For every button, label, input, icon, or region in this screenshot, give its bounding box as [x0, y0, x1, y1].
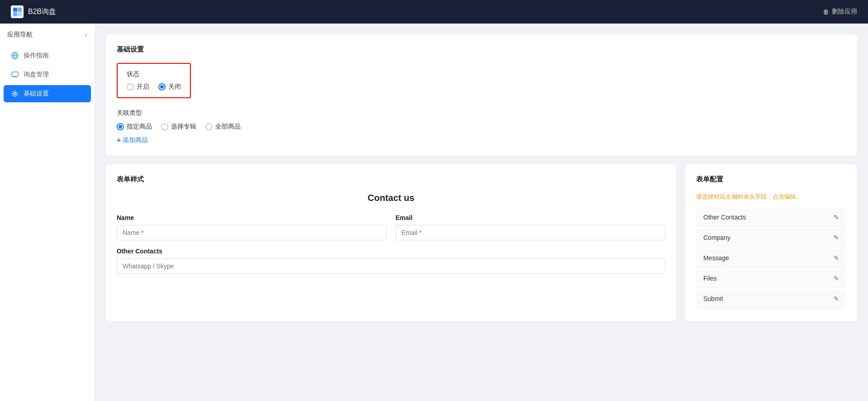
sidebar-title: 应用导航 — [7, 31, 33, 39]
sidebar-item-guide[interactable]: 操作指南 — [4, 47, 91, 64]
add-product-button[interactable]: + 添加商品 — [117, 136, 846, 144]
gear-icon — [11, 90, 19, 98]
form-contact-title: Contact us — [117, 193, 665, 203]
status-on-radio[interactable]: 开启 — [127, 83, 149, 91]
form-preview-card: 表单样式 Contact us Name Email Other Contact… — [106, 164, 676, 321]
email-field-label: Email — [396, 214, 666, 221]
sidebar-item-inquiry-label: 询盘管理 — [24, 71, 49, 79]
form-name-email-row: Name Email — [117, 214, 665, 240]
delete-app-button[interactable]: 🗑 删除应用 — [823, 8, 857, 16]
edit-submit-icon: ✎ — [834, 295, 839, 302]
email-input[interactable] — [396, 225, 666, 240]
edit-message-icon: ✎ — [834, 254, 839, 262]
sidebar-collapse-button[interactable]: ‹ — [85, 31, 87, 39]
config-item-company[interactable]: Company ✎ — [696, 229, 846, 247]
config-item-other-contacts[interactable]: Other Contacts ✎ — [696, 208, 846, 227]
status-off-circle — [158, 83, 166, 91]
name-field-label: Name — [117, 214, 387, 221]
config-item-submit-label: Submit — [703, 295, 723, 302]
form-style-title: 表单样式 — [117, 175, 665, 184]
edit-company-icon: ✎ — [834, 234, 839, 241]
sidebar-header: 应用导航 ‹ — [0, 31, 95, 46]
config-item-submit[interactable]: Submit ✎ — [696, 290, 846, 308]
assoc-album-radio[interactable]: 选择专辑 — [161, 123, 196, 131]
form-config-card: 表单配置 请选择对应左侧的表头字段，点击编辑。 Other Contacts ✎… — [685, 164, 857, 321]
svg-rect-0 — [13, 8, 17, 12]
assoc-label: 关联类型 — [117, 109, 846, 117]
basic-settings-card: 基础设置 状态 开启 关闭 关联类型 — [106, 34, 857, 155]
chat-icon — [11, 71, 19, 79]
trash-icon: 🗑 — [823, 8, 829, 15]
config-item-message-label: Message — [703, 254, 729, 262]
svg-rect-2 — [13, 12, 17, 16]
delete-app-label: 删除应用 — [832, 8, 857, 16]
sidebar-item-settings[interactable]: 基础设置 — [4, 85, 91, 102]
form-email-field: Email — [396, 214, 666, 240]
sidebar: 应用导航 ‹ 操作指南 询盘管理 — [0, 24, 95, 401]
assoc-album-circle — [161, 123, 168, 130]
assoc-specific-radio[interactable]: 指定商品 — [117, 123, 152, 131]
app-title: B2B询盘 — [28, 7, 56, 17]
svg-rect-7 — [12, 72, 18, 76]
form-other-contacts-field: Other Contacts — [117, 248, 665, 274]
add-product-label: 添加商品 — [123, 136, 148, 144]
config-item-files[interactable]: Files ✎ — [696, 269, 846, 288]
assoc-specific-label: 指定商品 — [127, 123, 152, 131]
assoc-specific-circle — [117, 123, 124, 130]
assoc-all-label: 全部商品 — [215, 123, 241, 131]
status-radio-group: 开启 关闭 — [127, 83, 181, 91]
config-item-company-label: Company — [703, 234, 730, 241]
bottom-section: 表单样式 Contact us Name Email Other Contact… — [106, 164, 857, 321]
status-on-label: 开启 — [137, 83, 149, 91]
assoc-options: 指定商品 选择专辑 全部商品 — [117, 123, 846, 131]
status-off-label: 关闭 — [168, 83, 181, 91]
edit-files-icon: ✎ — [834, 275, 839, 282]
topbar-left: B2B询盘 — [11, 5, 56, 18]
assoc-all-radio[interactable]: 全部商品 — [205, 123, 241, 131]
assoc-album-label: 选择专辑 — [171, 123, 196, 131]
edit-other-contacts-icon: ✎ — [834, 214, 839, 221]
globe-icon — [11, 52, 19, 60]
app-logo — [11, 5, 24, 18]
sidebar-item-inquiry[interactable]: 询盘管理 — [4, 66, 91, 83]
config-item-files-label: Files — [703, 275, 717, 282]
sidebar-item-settings-label: 基础设置 — [24, 90, 49, 98]
sidebar-item-guide-label: 操作指南 — [24, 52, 49, 60]
status-on-circle — [127, 83, 134, 91]
other-contacts-label: Other Contacts — [117, 248, 665, 255]
status-label: 状态 — [127, 70, 181, 78]
svg-rect-3 — [18, 12, 22, 16]
name-input[interactable] — [117, 225, 387, 240]
config-hint: 请选择对应左侧的表头字段，点击编辑。 — [696, 193, 846, 201]
assoc-all-circle — [205, 123, 213, 130]
status-off-radio[interactable]: 关闭 — [158, 83, 181, 91]
main-layout: 应用导航 ‹ 操作指南 询盘管理 — [0, 24, 868, 401]
basic-settings-title: 基础设置 — [117, 45, 846, 54]
content-area: 基础设置 状态 开启 关闭 关联类型 — [95, 24, 868, 401]
svg-rect-1 — [18, 8, 22, 12]
form-name-field: Name — [117, 214, 387, 240]
form-config-title: 表单配置 — [696, 175, 846, 184]
assoc-section: 关联类型 指定商品 选择专辑 全部商品 + — [117, 109, 846, 144]
topbar: B2B询盘 🗑 删除应用 — [0, 0, 868, 24]
other-contacts-input[interactable] — [117, 258, 665, 274]
plus-icon: + — [117, 136, 121, 144]
config-item-other-contacts-label: Other Contacts — [703, 214, 746, 221]
config-item-message[interactable]: Message ✎ — [696, 249, 846, 267]
status-box: 状态 开启 关闭 — [117, 63, 191, 98]
